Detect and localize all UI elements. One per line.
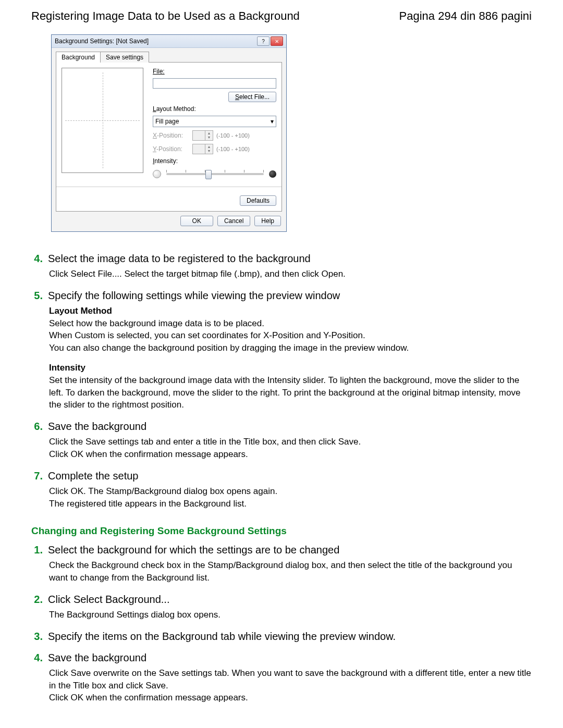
spinner-arrows-icon: ▲▼ xyxy=(205,131,213,140)
step-title: Complete the setup xyxy=(48,470,138,482)
step-title: Select the image data to be registered t… xyxy=(48,253,311,265)
step-number: 3. xyxy=(31,631,43,643)
section-heading: Changing and Registering Some Background… xyxy=(31,525,532,537)
step-body-line: Click Save overwrite on the Save setting… xyxy=(49,667,532,692)
file-label: File: xyxy=(153,68,276,75)
step-number: 2. xyxy=(31,594,43,606)
tab-save-settings[interactable]: Save settings xyxy=(100,52,149,63)
layout-method-text: Select how the background image data is … xyxy=(49,317,532,330)
x-range-hint: (-100 - +100) xyxy=(216,132,250,139)
layout-method-label: Layout Method: xyxy=(153,105,276,113)
file-label-text: File: xyxy=(153,68,165,75)
step-title: Select the background for which the sett… xyxy=(48,544,339,556)
step-body-line: The registered title appears in the Back… xyxy=(49,498,532,510)
page-title: Registering Image Data to be Used as a B… xyxy=(31,9,300,23)
chevron-down-icon: ▾ xyxy=(271,118,274,125)
step-number: 5. xyxy=(31,290,43,302)
dialog-titlebar: Background Settings: [Not Saved] ? ✕ xyxy=(52,35,286,48)
step-body: Check the Background check box in the St… xyxy=(49,559,532,584)
select-file-button[interactable]: Select File... xyxy=(228,92,276,102)
step-number: 4. xyxy=(31,253,43,265)
defaults-button[interactable]: Defaults xyxy=(240,195,276,206)
step-title: Save the background xyxy=(48,652,146,664)
x-position-label: X-Position: xyxy=(153,132,189,139)
step-title: Save the background xyxy=(48,421,146,433)
layout-method-heading: Layout Method xyxy=(49,305,532,317)
step-body: Click Select File.... Select the target … xyxy=(49,268,532,280)
y-range-hint: (-100 - +100) xyxy=(216,146,250,152)
dialog-title: Background Settings: [Not Saved] xyxy=(55,38,149,45)
step-body-line: Click OK when the confirmation message a… xyxy=(49,448,532,461)
x-position-input: ▲▼ xyxy=(192,130,213,141)
help-icon[interactable]: ? xyxy=(257,36,270,46)
page-number: Pagina 294 din 886 pagini xyxy=(399,9,532,23)
step-number: 7. xyxy=(31,470,43,482)
file-input[interactable] xyxy=(153,78,276,89)
y-position-label: Y-Position: xyxy=(153,145,189,153)
layout-method-select[interactable]: Fill page ▾ xyxy=(153,116,276,127)
cancel-button[interactable]: Cancel xyxy=(217,216,250,226)
tab-background[interactable]: Background xyxy=(56,52,101,63)
step-title: Click Select Background... xyxy=(48,594,169,606)
intensity-min-icon xyxy=(153,170,161,178)
layout-method-text: You can also change the background posit… xyxy=(49,342,532,354)
ok-button[interactable]: OK xyxy=(180,216,213,226)
step-number: 6. xyxy=(31,421,43,433)
y-position-input: ▲▼ xyxy=(192,144,213,154)
intensity-text: Set the intensity of the background imag… xyxy=(49,374,532,411)
step-body-line: Click OK when the confirmation message a… xyxy=(49,692,532,704)
step-body: The Background Settings dialog box opens… xyxy=(49,609,532,621)
layout-method-text: When Custom is selected, you can set coo… xyxy=(49,329,532,342)
intensity-max-icon xyxy=(269,170,276,178)
intensity-label: Intensity: xyxy=(153,157,276,165)
close-icon[interactable]: ✕ xyxy=(271,36,283,46)
intensity-slider[interactable] xyxy=(166,173,264,175)
layout-method-value: Fill page xyxy=(155,118,179,125)
step-body-line: Click OK. The Stamp/Background dialog bo… xyxy=(49,485,532,498)
intensity-heading: Intensity xyxy=(49,362,532,374)
slider-thumb[interactable] xyxy=(205,170,212,179)
step-title: Specify the items on the Background tab … xyxy=(48,631,396,643)
step-number: 4. xyxy=(31,652,43,664)
help-button[interactable]: Help xyxy=(254,216,281,226)
step-body-line: Click the Save settings tab and enter a … xyxy=(49,436,532,448)
preview-area[interactable] xyxy=(62,68,143,173)
step-title: Specify the following settings while vie… xyxy=(48,290,340,302)
background-settings-dialog: Background Settings: [Not Saved] ? ✕ Bac… xyxy=(51,34,287,232)
step-number: 1. xyxy=(31,544,43,556)
spinner-arrows-icon: ▲▼ xyxy=(205,144,213,154)
